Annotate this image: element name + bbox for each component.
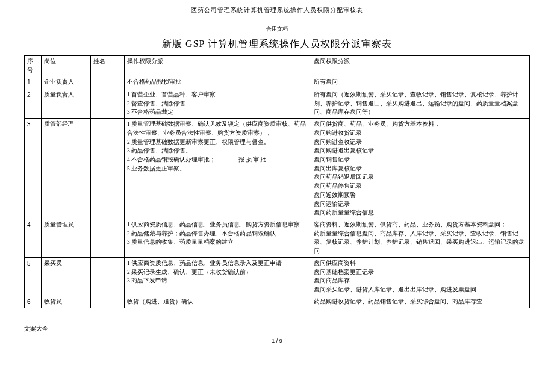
table-row: 4质量管理员1 供应商资质信息、药品信息、业务员信息、购货方资质信息审察2 药品… bbox=[25, 219, 530, 258]
col-query: 盘问权限分派 bbox=[311, 56, 530, 76]
cell-op: 1 首营企业、首营品种、客户审察2 督查停售、清除停售3 不合格药品裁定 bbox=[125, 89, 311, 118]
col-seq: 序号 bbox=[25, 56, 42, 76]
cell-op: 1 质量管理基础数据审察、确认见效及锁定（供应商资质审核、药品合法性审察、业务员… bbox=[125, 119, 311, 219]
cell-name bbox=[91, 76, 125, 89]
cell-position: 质管部经理 bbox=[42, 119, 91, 219]
cell-position: 质量负责人 bbox=[42, 89, 91, 118]
cell-op: 1 供应商资质信息、药品信息、业务员信息、购货方资质信息审察2 药品储藏与养护；… bbox=[125, 219, 311, 258]
cell-query: 盘问供应商资料盘问基础档案更正记录盘问商品库存盘问采买记录、进货入库记录、退出出… bbox=[311, 257, 530, 296]
cell-name bbox=[91, 257, 125, 296]
cell-name bbox=[91, 119, 125, 219]
cell-name bbox=[91, 296, 125, 308]
permissions-table: 序号 岗位 姓名 操作权限分派 盘问权限分派 1企业负责人不合格药品报损审批所有… bbox=[24, 55, 530, 308]
cell-position: 收货员 bbox=[42, 296, 91, 308]
cell-seq: 3 bbox=[25, 119, 42, 219]
cell-seq: 1 bbox=[25, 76, 42, 89]
cell-op: 收货（购进、退货）确认 bbox=[125, 296, 311, 308]
emphasis-text: 报损审批 bbox=[238, 157, 267, 163]
cell-query: 所有盘问 bbox=[311, 76, 530, 89]
cell-position: 质量管理员 bbox=[42, 219, 91, 258]
table-header-row: 序号 岗位 姓名 操作权限分派 盘问权限分派 bbox=[25, 56, 530, 76]
cell-name bbox=[91, 219, 125, 258]
cell-query: 所有盘问（近效期预警、采买记录、查收记录、销售记录、复核记录、养护计划、养护记录… bbox=[311, 89, 530, 118]
cell-seq: 5 bbox=[25, 257, 42, 296]
table-row: 2质量负责人1 首营企业、首营品种、客户审察2 督查停售、清除停售3 不合格药品… bbox=[25, 89, 530, 118]
cell-query: 药品购进收货记录、药品销售记录、采买综合盘问、商品库存查 bbox=[311, 296, 530, 308]
cell-op: 不合格药品报损审批 bbox=[125, 76, 311, 89]
cell-query: 客商资料、近效期预警、供货商、药品、业务员、购货方基本资料盘问；药质量量综合信息… bbox=[311, 219, 530, 258]
cell-position: 采买员 bbox=[42, 257, 91, 296]
cell-seq: 6 bbox=[25, 296, 42, 308]
doc-title: 医药公司管理系统计算机管理系统操作人员权限分配审核表 bbox=[24, 6, 530, 14]
table-body: 1企业负责人不合格药品报损审批所有盘问2质量负责人1 首营企业、首营品种、客户审… bbox=[25, 76, 530, 308]
sub-header: 合用文档 bbox=[24, 25, 530, 33]
col-name: 姓名 bbox=[91, 56, 125, 76]
footer-left: 文案大全 bbox=[24, 325, 530, 333]
main-title: 新版 GSP 计算机管理系统操作人员权限分派审察表 bbox=[24, 38, 530, 51]
cell-seq: 4 bbox=[25, 219, 42, 258]
col-op: 操作权限分派 bbox=[125, 56, 311, 76]
cell-name bbox=[91, 89, 125, 118]
col-position: 岗位 bbox=[42, 56, 91, 76]
footer-page: 1 / 9 bbox=[24, 338, 530, 344]
table-row: 3质管部经理1 质量管理基础数据审察、确认见效及锁定（供应商资质审核、药品合法性… bbox=[25, 119, 530, 219]
table-row: 5采买员1 供应商资质信息、药品信息、业务员信息录入及更正申请2 采买记录生成、… bbox=[25, 257, 530, 296]
cell-op: 1 供应商资质信息、药品信息、业务员信息录入及更正申请2 采买记录生成、确认、更… bbox=[125, 257, 311, 296]
table-row: 1企业负责人不合格药品报损审批所有盘问 bbox=[25, 76, 530, 89]
cell-seq: 2 bbox=[25, 89, 42, 118]
cell-position: 企业负责人 bbox=[42, 76, 91, 89]
table-row: 6收货员收货（购进、退货）确认药品购进收货记录、药品销售记录、采买综合盘问、商品… bbox=[25, 296, 530, 308]
cell-query: 盘问供货商、药品、业务员、购货方基本资料；盘问购进收货记录盘问购进查收记录盘问购… bbox=[311, 119, 530, 219]
